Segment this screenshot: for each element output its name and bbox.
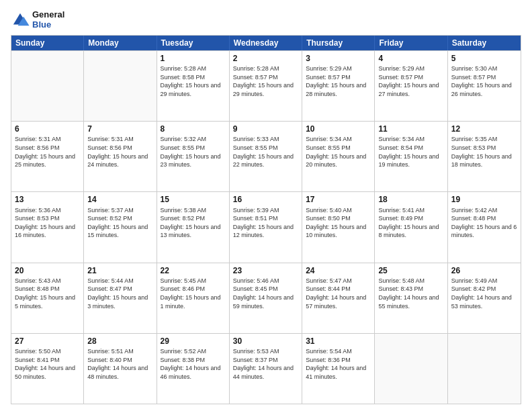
cell-text-line: Sunset: 8:55 PM [233,144,298,152]
day-number: 31 [306,336,371,347]
day-number: 27 [15,336,80,347]
week-row-3: 13Sunrise: 5:36 AMSunset: 8:53 PMDayligh… [11,191,521,262]
cell-text-line: Sunset: 8:36 PM [306,356,371,365]
cell-text-line: Sunrise: 5:33 AM [233,135,298,144]
cell-text-line: Sunrise: 5:41 AM [378,206,443,215]
cell-text-line: Daylight: 14 hours and 59 minutes. [233,293,298,310]
day-number: 23 [233,265,298,276]
cell-text-line: Sunrise: 5:38 AM [161,206,226,215]
cell-text-line: Sunrise: 5:31 AM [87,135,152,144]
day-number: 5 [451,53,517,64]
cell-text-line: Sunset: 8:45 PM [233,285,298,293]
cell-text-line: Sunset: 8:57 PM [233,73,298,82]
cell-text-line: Daylight: 15 hours and 22 minutes. [233,152,298,169]
cell-text-line: Sunset: 8:38 PM [161,356,226,365]
cell-text-line: Sunset: 8:44 PM [306,285,371,293]
cell-text-line: Sunrise: 5:48 AM [378,277,443,285]
cell-text-line: Sunrise: 5:37 AM [87,206,152,215]
cell-text-line: Daylight: 15 hours and 6 minutes. [451,223,517,240]
cell-text-line: Daylight: 14 hours and 48 minutes. [87,364,152,381]
cell-text-line: Sunrise: 5:28 AM [161,64,226,73]
cell-text-line: Sunset: 8:51 PM [233,214,298,223]
cell-text-line: Sunset: 8:55 PM [306,144,371,152]
cell-text-line: Sunrise: 5:29 AM [306,64,371,73]
cell-text-line: Sunrise: 5:50 AM [15,347,80,356]
cell-text-line: Daylight: 15 hours and 3 minutes. [87,293,152,310]
cell-text-line: Daylight: 15 hours and 20 minutes. [306,152,371,169]
cell-text-line: Sunset: 8:50 PM [306,214,371,223]
cell-text-line: Daylight: 15 hours and 29 minutes. [233,81,298,98]
day-cell-26: 26Sunrise: 5:49 AMSunset: 8:42 PMDayligh… [448,263,521,333]
cell-text-line: Sunset: 8:56 PM [15,144,80,152]
cell-text-line: Sunset: 8:52 PM [87,214,152,223]
cell-text-line: Daylight: 15 hours and 1 minute. [161,293,226,310]
day-cell-9: 9Sunrise: 5:33 AMSunset: 8:55 PMDaylight… [230,122,302,191]
cell-text-line: Sunrise: 5:43 AM [15,277,80,285]
day-number: 9 [233,124,298,134]
day-cell-2: 2Sunrise: 5:28 AMSunset: 8:57 PMDaylight… [230,51,302,121]
day-cell-19: 19Sunrise: 5:42 AMSunset: 8:48 PMDayligh… [448,192,521,262]
cell-text-line: Sunrise: 5:40 AM [306,206,371,215]
cell-text-line: Sunrise: 5:44 AM [87,277,152,285]
day-cell-7: 7Sunrise: 5:31 AMSunset: 8:56 PMDaylight… [84,122,157,191]
cell-text-line: Sunset: 8:54 PM [378,144,443,152]
day-cell-31: 31Sunrise: 5:54 AMSunset: 8:36 PMDayligh… [302,334,375,404]
cell-text-line: Sunset: 8:37 PM [233,356,298,365]
day-cell-22: 22Sunrise: 5:45 AMSunset: 8:46 PMDayligh… [157,263,230,333]
cell-text-line: Sunrise: 5:30 AM [451,64,517,73]
day-cell-16: 16Sunrise: 5:39 AMSunset: 8:51 PMDayligh… [230,192,302,262]
logo-text: General Blue [32,9,64,30]
day-number: 28 [87,336,152,347]
day-number: 12 [451,124,517,134]
day-number: 21 [87,265,152,276]
day-cell-18: 18Sunrise: 5:41 AMSunset: 8:49 PMDayligh… [375,192,447,262]
day-number: 6 [15,124,80,134]
cell-text-line: Daylight: 15 hours and 19 minutes. [378,152,443,169]
week-row-5: 27Sunrise: 5:50 AMSunset: 8:41 PMDayligh… [11,333,521,404]
day-number: 24 [306,265,371,276]
cell-text-line: Daylight: 15 hours and 10 minutes. [306,223,371,240]
day-number: 20 [15,265,80,276]
cell-text-line: Sunrise: 5:34 AM [378,135,443,144]
day-cell-14: 14Sunrise: 5:37 AMSunset: 8:52 PMDayligh… [84,192,157,262]
cell-text-line: Daylight: 15 hours and 25 minutes. [15,152,80,169]
empty-cell [375,334,447,404]
week-row-2: 6Sunrise: 5:31 AMSunset: 8:56 PMDaylight… [11,121,521,191]
cell-text-line: Sunset: 8:57 PM [306,73,371,82]
cell-text-line: Daylight: 15 hours and 5 minutes. [15,293,80,310]
day-number: 13 [15,194,80,205]
day-number: 25 [378,265,443,276]
day-number: 11 [378,124,443,134]
cell-text-line: Daylight: 15 hours and 18 minutes. [451,152,517,169]
day-cell-5: 5Sunrise: 5:30 AMSunset: 8:57 PMDaylight… [448,51,521,121]
cell-text-line: Sunrise: 5:54 AM [306,347,371,356]
day-cell-15: 15Sunrise: 5:38 AMSunset: 8:52 PMDayligh… [157,192,230,262]
cell-text-line: Sunset: 8:43 PM [378,285,443,293]
day-header-friday: Friday [375,36,447,50]
cell-text-line: Sunset: 8:48 PM [15,285,80,293]
day-number: 10 [306,124,371,134]
cell-text-line: Sunrise: 5:28 AM [233,64,298,73]
cell-text-line: Sunrise: 5:42 AM [451,206,517,215]
day-cell-3: 3Sunrise: 5:29 AMSunset: 8:57 PMDaylight… [302,51,375,121]
week-row-4: 20Sunrise: 5:43 AMSunset: 8:48 PMDayligh… [11,263,521,333]
day-cell-12: 12Sunrise: 5:35 AMSunset: 8:53 PMDayligh… [448,122,521,191]
day-number: 15 [161,194,226,205]
day-number: 1 [161,53,226,64]
day-number: 7 [87,124,152,134]
header: General Blue [11,9,521,30]
cell-text-line: Sunrise: 5:52 AM [161,347,226,356]
day-cell-1: 1Sunrise: 5:28 AMSunset: 8:58 PMDaylight… [157,51,230,121]
day-cell-28: 28Sunrise: 5:51 AMSunset: 8:40 PMDayligh… [84,334,157,404]
cell-text-line: Sunrise: 5:51 AM [87,347,152,356]
day-header-saturday: Saturday [448,36,521,50]
logo: General Blue [11,9,64,30]
cell-text-line: Daylight: 14 hours and 50 minutes. [15,364,80,381]
cell-text-line: Sunset: 8:55 PM [161,144,226,152]
week-row-1: 1Sunrise: 5:28 AMSunset: 8:58 PMDaylight… [11,50,521,121]
cell-text-line: Sunrise: 5:49 AM [451,277,517,285]
calendar-body: 1Sunrise: 5:28 AMSunset: 8:58 PMDaylight… [11,50,521,404]
cell-text-line: Sunrise: 5:35 AM [451,135,517,144]
cell-text-line: Daylight: 15 hours and 27 minutes. [378,81,443,98]
day-cell-8: 8Sunrise: 5:32 AMSunset: 8:55 PMDaylight… [157,122,230,191]
